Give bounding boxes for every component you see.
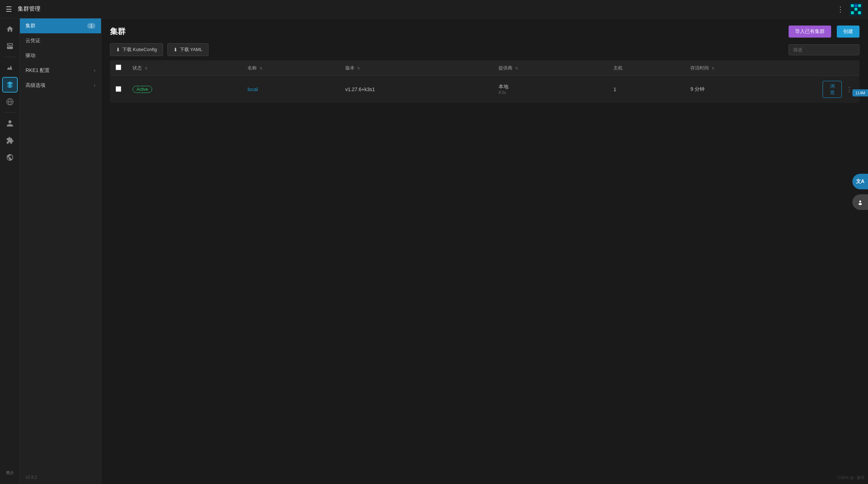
row-nodes-cell: 1 <box>608 76 685 103</box>
row-checkbox-cell <box>110 76 127 103</box>
advanced-arrow-icon: › <box>94 83 95 88</box>
version-sort-icon: ⇅ <box>357 66 360 70</box>
sidebar-item-extensions[interactable] <box>2 133 18 148</box>
table-header-nodes: 主机 <box>608 60 685 76</box>
version-label: v2.8.2 <box>20 471 101 484</box>
svg-rect-7 <box>851 11 854 14</box>
sidebar-item-intro[interactable]: 简介 <box>4 469 16 477</box>
svg-rect-1 <box>851 4 854 7</box>
row-provider-cell: 本地 K3s <box>493 76 608 103</box>
table-container: 状态 ⇅ 名称 ⇅ 版本 ⇅ 提供商 ⇅ <box>101 60 868 484</box>
table-header-version[interactable]: 版本 ⇅ <box>340 60 493 76</box>
cluster-table: 状态 ⇅ 名称 ⇅ 版本 ⇅ 提供商 ⇅ <box>110 60 859 103</box>
select-all-checkbox[interactable] <box>116 65 121 70</box>
svg-rect-5 <box>855 8 857 11</box>
svg-rect-9 <box>858 11 861 14</box>
sub-sidebar-item-cluster[interactable]: 集群 1 <box>20 18 101 33</box>
provider-sort-icon: ⇅ <box>515 66 518 70</box>
sidebar-item-cluster[interactable] <box>2 38 18 54</box>
main-layout: 简介 集群 1 云凭证 驱动 RKE1 配置 › 高级选项 › v2.8.2 集… <box>0 18 868 484</box>
uptime-sort-icon: ⇅ <box>712 66 714 70</box>
table-header-row: 状态 ⇅ 名称 ⇅ 版本 ⇅ 提供商 ⇅ <box>110 60 859 76</box>
sidebar-item-user[interactable] <box>2 116 18 131</box>
chat-button[interactable] <box>852 194 868 210</box>
sub-sidebar-label-rke1: RKE1 配置 <box>26 67 50 74</box>
download-icon: ⬇ <box>116 47 120 52</box>
sidebar-item-sailboat[interactable] <box>2 60 18 76</box>
translate-button[interactable]: 文A <box>852 174 868 189</box>
status-badge: Active <box>133 86 152 93</box>
watermark: CSDN @↑ 重明 <box>838 475 864 480</box>
toolbar: ⬇ 下载 KubeConfig ⬇ 下载 YAML <box>101 43 868 60</box>
cluster-badge: 1 <box>87 23 95 29</box>
provider-info: 本地 K3s <box>499 84 602 95</box>
cluster-name-link[interactable]: local <box>247 87 258 92</box>
menu-icon[interactable]: ☰ <box>6 5 12 13</box>
sidebar-divider-2 <box>4 112 16 113</box>
table-header-provider[interactable]: 提供商 ⇅ <box>493 60 608 76</box>
sub-sidebar: 集群 1 云凭证 驱动 RKE1 配置 › 高级选项 › v2.8.2 <box>20 18 101 484</box>
svg-point-14 <box>859 200 861 202</box>
provider-sub: K3s <box>499 90 602 95</box>
sub-sidebar-label-driver: 驱动 <box>26 52 35 59</box>
sub-sidebar-item-cloud-credential[interactable]: 云凭证 <box>20 33 101 48</box>
sub-sidebar-label-cloud: 云凭证 <box>26 38 40 44</box>
provider-name: 本地 <box>499 84 602 90</box>
memory-badge[interactable]: 114M <box>852 89 868 96</box>
status-sort-icon: ⇅ <box>145 66 148 70</box>
row-name-cell: local <box>242 76 339 103</box>
name-sort-icon: ⇅ <box>260 66 262 70</box>
filter-input[interactable] <box>789 44 859 55</box>
translate-icon: 文A <box>856 178 864 185</box>
row-uptime-cell: 9 分钟 <box>685 76 817 103</box>
download-yaml-button[interactable]: ⬇ 下载 YAML <box>167 43 208 56</box>
svg-point-15 <box>858 203 862 205</box>
sidebar-item-home[interactable] <box>2 21 18 37</box>
table-header-name[interactable]: 名称 ⇅ <box>242 60 339 76</box>
table-header-actions <box>817 60 859 76</box>
intro-label: 简介 <box>6 470 14 475</box>
table-header-uptime[interactable]: 存活时间 ⇅ <box>685 60 817 76</box>
explore-button[interactable]: 浏览 <box>823 81 842 98</box>
rke1-arrow-icon: › <box>94 68 95 73</box>
row-version-cell: v1.27.6+k3s1 <box>340 76 493 103</box>
sub-sidebar-item-driver[interactable]: 驱动 <box>20 48 101 63</box>
topbar-title: 集群管理 <box>18 5 831 13</box>
sidebar-icons: 简介 <box>0 18 20 484</box>
page-title: 集群 <box>110 26 783 37</box>
table-header-status[interactable]: 状态 ⇅ <box>127 60 242 76</box>
svg-rect-3 <box>858 4 861 7</box>
table-row: Active local v1.27.6+k3s1 本地 K3s <box>110 76 859 103</box>
table-header-checkbox <box>110 60 127 76</box>
content-header: 集群 导入已有集群 创建 <box>101 18 868 43</box>
content-area: 集群 导入已有集群 创建 ⬇ 下载 KubeConfig ⬇ 下载 YAML <box>101 18 868 484</box>
download-yaml-icon: ⬇ <box>173 47 178 52</box>
sidebar-item-building[interactable] <box>2 77 18 93</box>
topbar: ☰ 集群管理 ⋮ <box>0 0 868 18</box>
topbar-more-icon[interactable]: ⋮ <box>837 5 844 13</box>
row-actions-container: 浏览 ⋮ <box>823 81 854 98</box>
sidebar-item-globe[interactable] <box>2 150 18 165</box>
svg-rect-2 <box>855 4 857 7</box>
sub-sidebar-item-advanced[interactable]: 高级选项 › <box>20 78 101 93</box>
create-cluster-button[interactable]: 创建 <box>837 26 859 38</box>
svg-rect-6 <box>858 8 861 11</box>
sidebar-divider-1 <box>4 57 16 57</box>
svg-rect-4 <box>851 8 854 11</box>
avatar[interactable] <box>850 3 862 16</box>
sub-sidebar-item-rke1[interactable]: RKE1 配置 › <box>20 63 101 78</box>
download-kubeconfig-button[interactable]: ⬇ 下载 KubeConfig <box>110 43 163 56</box>
row-status-cell: Active <box>127 76 242 103</box>
import-cluster-button[interactable]: 导入已有集群 <box>789 26 831 38</box>
sub-sidebar-label-advanced: 高级选项 <box>26 82 45 89</box>
sub-sidebar-label-cluster: 集群 <box>26 23 35 29</box>
svg-rect-8 <box>855 11 857 14</box>
row-checkbox[interactable] <box>116 86 121 92</box>
sidebar-item-network[interactable] <box>2 94 18 110</box>
